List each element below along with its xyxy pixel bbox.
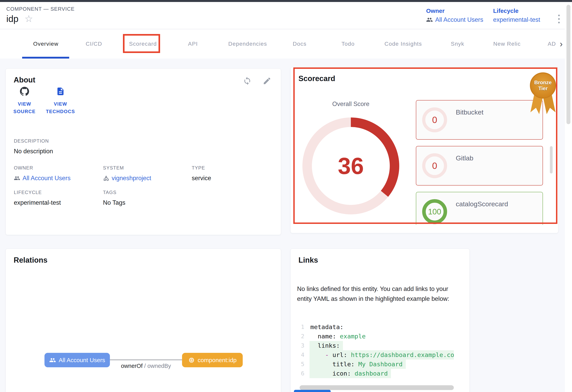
header-lifecycle-value: experimental-test: [493, 16, 540, 23]
links-action-button[interactable]: [294, 390, 331, 392]
tab-todo[interactable]: Todo: [342, 29, 355, 59]
yaml-code-block: 1metadata:2 name: example3 links:4 - url…: [296, 322, 454, 378]
tabs-overflow-chevron-icon[interactable]: ›: [560, 29, 563, 59]
code-line-number: 3: [296, 341, 304, 350]
tab-ad[interactable]: AD: [548, 29, 556, 59]
browser-top-bar: [0, 0, 572, 2]
scorecard-item-gitlab[interactable]: 0Gitlab: [416, 146, 543, 185]
type-label: TYPE: [192, 165, 211, 171]
score-ring: 100: [422, 199, 447, 224]
code-line-number: 2: [296, 332, 304, 341]
edit-pencil-icon[interactable]: [263, 77, 271, 85]
code-line-number: 1: [296, 322, 304, 332]
code-line: 5 title: My Dashboard: [296, 359, 454, 369]
scorecard-card-title: Scorecard: [299, 74, 335, 83]
lifecycle-label: LIFECYCLE: [14, 190, 61, 195]
relations-card-title: Relations: [14, 256, 48, 264]
code-line-number: 5: [296, 359, 304, 369]
refresh-icon[interactable]: [243, 77, 252, 85]
tab-dependencies[interactable]: Dependencies: [228, 29, 267, 59]
relation-node-component-idp[interactable]: component:idp: [182, 353, 243, 367]
tab-snyk[interactable]: Snyk: [451, 29, 464, 59]
scorecard-item-bitbucket[interactable]: 0Bitbucket: [416, 100, 543, 140]
header-lifecycle-label: Lifecycle: [493, 8, 540, 14]
scorecard-item-catalogscorecard[interactable]: 100catalogScorecard: [416, 192, 543, 225]
code-line: 6 icon: dashboard: [296, 369, 454, 378]
view-techdocs-label: VIEW TECHDOCS: [44, 100, 77, 115]
relation-edge-line: [110, 359, 182, 360]
view-techdocs-link[interactable]: VIEW TECHDOCS: [44, 87, 77, 115]
tab-api[interactable]: API: [188, 29, 198, 59]
page-scrollbar-thumb[interactable]: [567, 5, 571, 124]
github-icon: [20, 87, 29, 96]
tab-new-relic[interactable]: New Relic: [493, 29, 521, 59]
scorecard-list-scrollbar-thumb[interactable]: [550, 146, 553, 173]
owner-link[interactable]: All Account Users: [14, 175, 71, 182]
header-owner-label: Owner: [426, 8, 483, 14]
people-icon: [14, 175, 20, 181]
score-item-label: Gitlab: [456, 154, 473, 162]
view-source-link[interactable]: VIEW SOURCE: [8, 87, 41, 115]
edge-label-separator: /: [143, 363, 147, 369]
owner-label: OWNER: [14, 165, 71, 171]
view-source-label: VIEW SOURCE: [8, 100, 41, 115]
owner-value: All Account Users: [23, 175, 71, 182]
description-label: DESCRIPTION: [14, 138, 53, 144]
score-item-label: Bitbucket: [456, 108, 483, 116]
edge-label-ownedby: ownedBy: [147, 363, 171, 369]
tab-scorecard[interactable]: Scorecard: [129, 29, 157, 59]
tab-code-insights[interactable]: Code Insights: [384, 29, 422, 59]
system-value: vigneshproject: [112, 175, 151, 182]
relation-edge-label: ownerOf / ownedBy: [110, 363, 182, 369]
overall-score-gauge: 36: [302, 117, 399, 214]
about-card: About VIEW SOURCE VIEW TECHDOCS DESCRIPT…: [5, 68, 281, 235]
relation-node-label: component:idp: [198, 357, 237, 363]
tab-overview[interactable]: Overview: [33, 29, 59, 59]
code-line: 1metadata:: [296, 322, 454, 332]
scorecard-card: Scorecard Overall Score 36 0Bitbucket0Gi…: [290, 67, 558, 233]
score-ring: 0: [422, 153, 447, 178]
code-line: 3 links:: [296, 341, 454, 350]
code-line-number: 6: [296, 369, 304, 378]
code-horizontal-scrollbar[interactable]: [300, 385, 454, 390]
header-owner-block: Owner All Account Users: [426, 8, 483, 23]
chip-icon: [188, 357, 195, 363]
links-card: Links No links defined for this entity. …: [290, 249, 470, 392]
favorite-star-icon[interactable]: ☆: [25, 13, 33, 25]
tags-label: TAGS: [103, 190, 125, 195]
links-empty-message: No links defined for this entity. You ca…: [297, 284, 459, 304]
tags-value: No Tags: [103, 199, 125, 206]
tab-bar: OverviewCI/CDScorecardAPIDependenciesDoc…: [0, 29, 565, 59]
entity-kind-breadcrumb: COMPONENT — SERVICE: [6, 6, 75, 12]
tab-ci-cd[interactable]: CI/CD: [86, 29, 102, 59]
relation-node-all-account-users[interactable]: All Account Users: [45, 353, 110, 367]
code-line-number: 4: [296, 350, 304, 359]
techdocs-document-icon: [56, 87, 65, 96]
scorecard-list: 0Bitbucket0Gitlab100catalogScorecard: [416, 100, 543, 225]
active-tab-underline: [22, 57, 69, 59]
system-link[interactable]: vigneshproject: [103, 175, 151, 182]
lifecycle-value: experimental-test: [14, 199, 61, 206]
links-card-title: Links: [299, 256, 318, 264]
system-label: SYSTEM: [103, 165, 151, 171]
overall-score-value: 36: [302, 117, 399, 214]
overall-score-label: Overall Score: [321, 100, 381, 108]
header-owner-link[interactable]: All Account Users: [426, 16, 483, 23]
system-category-icon: [103, 175, 109, 181]
type-value: service: [192, 175, 211, 182]
edge-label-ownerof: ownerOf: [121, 363, 143, 369]
about-card-title: About: [14, 76, 35, 84]
header-owner-value: All Account Users: [435, 16, 483, 23]
header-lifecycle-block: Lifecycle experimental-test: [493, 8, 540, 23]
score-ring: 0: [422, 107, 447, 132]
code-line: 4 - url: https://dashboard.example.com: [296, 350, 454, 359]
people-icon: [49, 357, 56, 363]
relation-node-label: All Account Users: [59, 357, 105, 363]
relations-card: Relations All Account Users component:id…: [5, 249, 281, 392]
description-value: No description: [14, 148, 53, 155]
kebab-menu-icon[interactable]: [555, 11, 563, 27]
score-item-label: catalogScorecard: [456, 200, 508, 208]
tab-docs[interactable]: Docs: [293, 29, 306, 59]
page-title: idp: [6, 13, 18, 25]
code-line: 2 name: example: [296, 332, 454, 341]
